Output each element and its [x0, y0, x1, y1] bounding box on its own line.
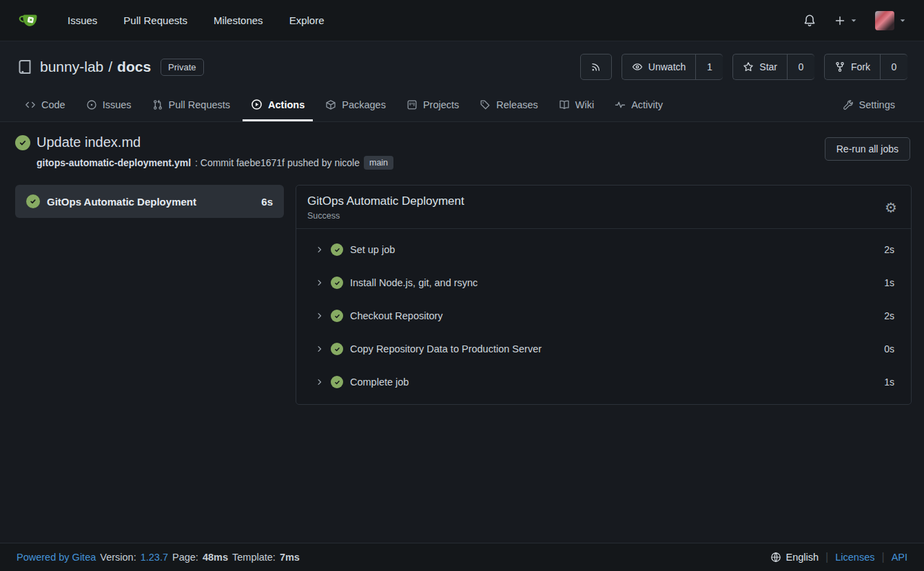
tab-issues[interactable]: Issues: [78, 90, 140, 121]
unwatch-button[interactable]: Unwatch: [622, 54, 695, 80]
star-button[interactable]: Star: [732, 54, 787, 80]
watchers-count[interactable]: 1: [695, 54, 723, 80]
footer-divider: |: [825, 551, 828, 563]
tab-actions[interactable]: Actions: [243, 90, 313, 121]
job-name: GitOps Automatic Deployment: [47, 196, 254, 208]
success-check-icon: [331, 243, 343, 256]
success-check-icon: [331, 376, 343, 388]
api-link[interactable]: API: [892, 552, 907, 563]
avatar: [875, 11, 894, 30]
star-label: Star: [759, 61, 777, 72]
repo-action-buttons: Unwatch 1 Star 0: [580, 54, 907, 80]
tab-label: Settings: [859, 99, 895, 110]
rerun-all-jobs-button[interactable]: Re-run all jobs: [825, 137, 910, 161]
success-check-icon: [331, 277, 343, 289]
step-name: Copy Repository Data to Production Serve…: [350, 343, 877, 354]
run-title-block: Update index.md gitops-automatic-deploym…: [15, 134, 393, 170]
step-row[interactable]: Install Node.js, git, and rsync 1s: [296, 266, 911, 299]
chevron-right-icon: [316, 378, 324, 386]
tab-projects[interactable]: Projects: [398, 90, 467, 121]
star-icon: [743, 61, 754, 72]
version-link[interactable]: 1.23.7: [141, 552, 168, 563]
tab-pull-requests[interactable]: Pull Requests: [144, 90, 238, 121]
chevron-right-icon: [316, 345, 324, 353]
repo-owner-link[interactable]: bunny-lab: [40, 59, 103, 74]
navbar-left: Issues Pull Requests Milestones Explore: [18, 9, 324, 32]
jobs-sidebar: GitOps Automatic Deployment 6s: [15, 185, 284, 218]
footer-right: English | Licenses | API: [770, 551, 907, 563]
repo-title: bunny-lab/docs: [40, 59, 151, 75]
branch-badge[interactable]: main: [364, 156, 393, 170]
tab-code[interactable]: Code: [17, 90, 74, 121]
job-status-text: Success: [307, 211, 464, 221]
tab-wiki[interactable]: Wiki: [551, 90, 602, 121]
step-name: Checkout Repository: [350, 310, 877, 321]
tab-label: Wiki: [575, 99, 594, 110]
chevron-down-icon: [899, 17, 906, 24]
step-row[interactable]: Checkout Repository 2s: [296, 299, 911, 332]
success-check-icon: [15, 135, 30, 150]
footer-divider: |: [881, 551, 884, 563]
step-name: Install Node.js, git, and rsync: [350, 277, 877, 288]
stars-count[interactable]: 0: [787, 54, 814, 80]
tab-releases[interactable]: Releases: [471, 90, 546, 121]
step-row[interactable]: Copy Repository Data to Production Serve…: [296, 332, 911, 365]
create-new-button[interactable]: [834, 15, 857, 26]
nav-link-pull-requests[interactable]: Pull Requests: [123, 14, 187, 26]
chevron-right-icon: [316, 279, 324, 287]
repo-name-link[interactable]: docs: [117, 59, 151, 74]
nav-link-milestones[interactable]: Milestones: [214, 14, 263, 26]
project-board-icon: [407, 99, 418, 110]
step-duration: 2s: [884, 244, 894, 255]
nav-link-issues[interactable]: Issues: [68, 14, 97, 26]
language-selector[interactable]: English: [770, 552, 819, 563]
play-circle-icon: [251, 99, 263, 110]
workflow-file-name[interactable]: gitops-automatic-deployment.yml: [37, 157, 191, 168]
template-time-value: 7ms: [280, 552, 300, 563]
run-header: Update index.md gitops-automatic-deploym…: [15, 134, 912, 170]
step-row[interactable]: Complete job 1s: [296, 365, 911, 399]
job-panel-titles: GitOps Automatic Deployment Success: [307, 194, 464, 221]
job-list-item[interactable]: GitOps Automatic Deployment 6s: [15, 185, 284, 218]
gitea-app: Issues Pull Requests Milestones Explore: [0, 0, 924, 571]
step-duration: 0s: [884, 343, 894, 354]
issue-opened-icon: [86, 99, 97, 110]
licenses-link[interactable]: Licenses: [835, 552, 874, 563]
tab-settings[interactable]: Settings: [834, 90, 903, 121]
tab-label: Packages: [342, 99, 386, 110]
gitea-logo-icon[interactable]: [18, 9, 41, 32]
chevron-right-icon: [316, 312, 324, 320]
tools-icon: [843, 99, 854, 110]
repo-header: bunny-lab/docs Private: [0, 41, 924, 122]
unwatch-label: Unwatch: [648, 61, 686, 72]
tab-activity[interactable]: Activity: [606, 90, 671, 121]
tab-label: Pull Requests: [169, 99, 230, 110]
private-badge: Private: [161, 59, 203, 76]
run-commit-info: gitops-automatic-deployment.yml: Commit …: [37, 156, 393, 170]
forks-count[interactable]: 0: [880, 54, 907, 80]
tab-label: Issues: [103, 99, 132, 110]
language-label: English: [786, 552, 819, 563]
git-fork-icon: [834, 61, 845, 72]
tab-label: Actions: [268, 99, 305, 110]
success-check-icon: [331, 310, 343, 322]
rss-button[interactable]: [580, 54, 612, 80]
fork-button[interactable]: Fork: [824, 54, 880, 80]
step-name: Set up job: [350, 244, 877, 255]
step-duration: 1s: [884, 377, 894, 388]
step-duration: 1s: [884, 277, 894, 288]
gear-icon[interactable]: ⚙: [882, 198, 900, 217]
rss-icon: [591, 61, 602, 72]
repo-title-row: bunny-lab/docs Private: [17, 54, 907, 80]
tab-packages[interactable]: Packages: [317, 90, 394, 121]
notifications-button[interactable]: [803, 14, 817, 28]
run-body: GitOps Automatic Deployment 6s GitOps Au…: [15, 185, 912, 405]
success-check-icon: [331, 343, 343, 355]
template-time-label: Template:: [232, 552, 276, 563]
user-menu[interactable]: [875, 11, 906, 30]
star-button-group: Star 0: [732, 54, 814, 80]
powered-by-gitea-link[interactable]: Powered by Gitea: [17, 552, 96, 563]
repo-tab-bar: Code Issues Pull Requests: [17, 90, 907, 121]
step-row[interactable]: Set up job 2s: [296, 233, 911, 266]
nav-link-explore[interactable]: Explore: [289, 14, 325, 26]
